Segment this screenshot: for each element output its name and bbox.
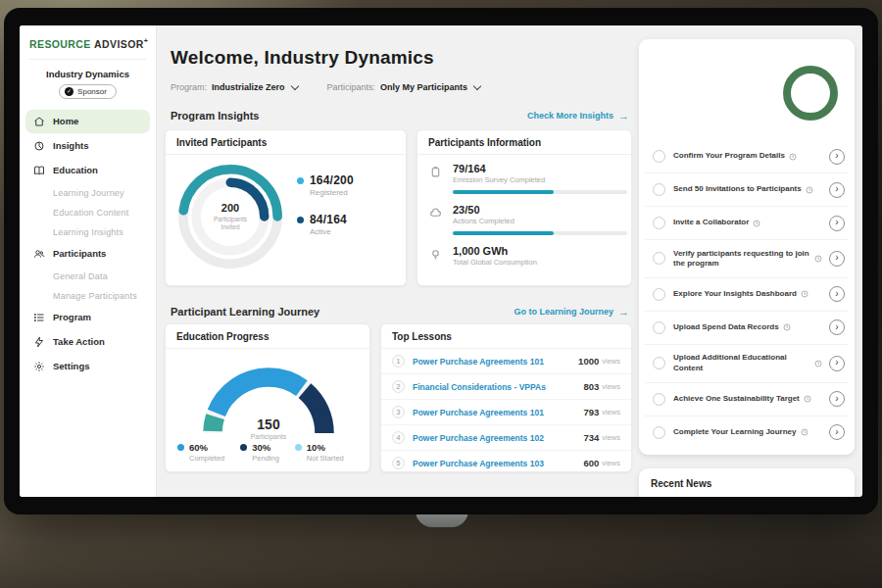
task-row: Upload Additional Educational Content ›: [645, 345, 849, 383]
task-checkbox[interactable]: [653, 183, 665, 196]
card-title: Education Progress: [166, 324, 369, 349]
legend-value: 84/164: [310, 213, 354, 226]
legend-value: 164/200: [310, 173, 354, 187]
progress-track: [453, 231, 627, 235]
todo-due-label: 12 May 2025, 12:00 PM: [669, 104, 748, 113]
main-content: Welcome, Industry Dynamics Program: Indu…: [157, 25, 639, 497]
go-to-learning-journey-link[interactable]: Go to Learning Journey →: [514, 306, 629, 318]
org-name: Industry Dynamics: [20, 60, 156, 79]
sidebar-item-education[interactable]: Education: [25, 159, 150, 182]
task-open-button[interactable]: ›: [829, 356, 845, 371]
todo-progress-value: 0/7: [802, 86, 819, 101]
sidebar-item-learning-insights[interactable]: Learning Insights: [25, 222, 150, 242]
section-title: Program Insights: [171, 110, 259, 122]
task-label: Upload Additional Educational Content: [673, 353, 810, 373]
stat-global-consumption: 1,000 GWh Total Global Consumption: [417, 237, 631, 269]
section-title: Participant Learning Journey: [171, 306, 319, 318]
task-checkbox[interactable]: [653, 252, 665, 265]
sidebar-item-label: Insights: [53, 140, 88, 151]
sponsor-icon: ✓: [65, 87, 74, 96]
legend-not-started: 10% Not Started: [295, 442, 344, 463]
task-open-button[interactable]: ›: [829, 391, 845, 407]
learning-cards-row: Education Progress 150 Participants: [165, 323, 632, 472]
learning-journey-header: Participant Learning Journey Go to Learn…: [171, 306, 629, 318]
education-gauge-chart: 150 Participants: [195, 360, 342, 436]
rank-badge: 1: [392, 355, 405, 368]
views-label: views: [602, 433, 620, 442]
sidebar-item-label: Learning Insights: [53, 227, 123, 237]
task-checkbox[interactable]: [653, 393, 665, 406]
legend-value: 30%: [252, 442, 279, 453]
sidebar-item-learning-journey[interactable]: Learning Journey: [25, 183, 150, 203]
stat-emission-survey: 79/164 Emission Survey Completed: [417, 155, 631, 196]
legend-pending: 30% Pending: [240, 442, 279, 463]
lesson-link[interactable]: Power Purchase Agreements 101: [413, 408, 583, 417]
task-checkbox[interactable]: [653, 357, 665, 369]
invited-count-label: Participants Invited: [205, 216, 256, 232]
task-checkbox[interactable]: [653, 217, 665, 229]
sidebar-item-general-data[interactable]: General Data: [25, 267, 150, 286]
task-open-button[interactable]: ›: [829, 149, 845, 165]
sidebar-item-label: Learning Journey: [53, 188, 124, 198]
sidebar-item-home[interactable]: Home: [25, 110, 150, 133]
lesson-link[interactable]: Power Purchase Agreements 103: [413, 459, 583, 468]
legend-label: Completed: [189, 454, 224, 463]
arrow-right-icon: →: [618, 110, 629, 122]
views-count: 734: [583, 432, 599, 443]
task-open-button[interactable]: ›: [829, 182, 845, 198]
insights-icon: [33, 140, 45, 152]
legend-active: 84/164 Active: [297, 213, 354, 236]
task-open-button[interactable]: ›: [829, 319, 845, 335]
sidebar-item-education-content[interactable]: Education Content: [25, 203, 150, 222]
top-lessons-card: Top Lessons 1 Power Purchase Agreements …: [380, 323, 632, 472]
rank-badge: 4: [392, 431, 405, 444]
lesson-row: 2 Financial Considerations - VPPAs 803 v…: [381, 374, 631, 400]
arrow-right-icon: →: [618, 306, 629, 318]
monitor-bezel: RESOURCE ADVISOR+ Industry Dynamics ✓ Sp…: [4, 8, 878, 514]
logo-superscript: +: [144, 37, 149, 44]
participants-dropdown[interactable]: Participants: Only My Participants: [327, 82, 481, 92]
task-checkbox[interactable]: [653, 426, 665, 439]
sidebar-item-settings[interactable]: Settings: [25, 355, 150, 378]
stat-body: 23/50 Actions Completed: [453, 204, 627, 235]
legend-dot: [297, 177, 304, 184]
lesson-link[interactable]: Financial Considerations - VPPAs: [413, 382, 583, 392]
sidebar-item-label: Education: [53, 165, 98, 175]
task-open-button[interactable]: ›: [829, 251, 845, 267]
task-row: Send 50 Invitations to Participants ›: [645, 173, 849, 207]
program-dropdown[interactable]: Program: Industrialize Zero: [171, 82, 298, 92]
task-row: Upload Spend Data Records ›: [645, 312, 849, 345]
sidebar-item-take-action[interactable]: Take Action: [25, 330, 150, 354]
lesson-link[interactable]: Power Purchase Agreements 101: [413, 357, 578, 367]
todo-card: Your To Do List Complete Your Next Task:…: [639, 39, 855, 455]
sidebar-item-insights[interactable]: Insights: [25, 134, 150, 158]
task-checkbox[interactable]: [653, 321, 665, 334]
task-label: Verify participants requesting to join t…: [673, 249, 810, 270]
chevron-down-icon: [473, 82, 481, 90]
legend-registered: 164/200 Registered: [297, 173, 354, 197]
check-more-insights-link[interactable]: Check More Insights →: [527, 110, 629, 122]
chevron-down-icon: [290, 82, 298, 90]
stat-label: Emission Survey Completed: [453, 175, 627, 184]
sponsor-badge: ✓ Sponsor: [59, 84, 117, 99]
task-label: Invite a Collaborator: [673, 218, 749, 227]
task-open-button[interactable]: ›: [829, 424, 845, 440]
progress-track: [453, 190, 627, 194]
collapse-tasks-link[interactable]: Collapse Tasks ∧: [645, 449, 849, 455]
sidebar-item-participants[interactable]: Participants: [25, 242, 150, 266]
task-open-button[interactable]: ›: [829, 286, 845, 302]
clipboard-icon: [657, 90, 665, 99]
participants-count: 150: [195, 416, 342, 432]
task-checkbox[interactable]: [653, 288, 665, 301]
todo-next-task-label: Confirm Your Program Details: [669, 89, 788, 99]
sidebar-item-label: Manage Participants: [53, 291, 137, 301]
sidebar-item-manage-participants[interactable]: Manage Participants: [25, 286, 150, 306]
clock-icon: [806, 186, 813, 194]
lesson-link[interactable]: Power Purchase Agreements 102: [413, 433, 583, 443]
page-title: Welcome, Industry Dynamics: [171, 47, 434, 69]
sidebar-item-program[interactable]: Program: [25, 306, 150, 329]
clock-icon: [801, 290, 808, 298]
lesson-row: 3 Power Purchase Agreements 101 793 view…: [381, 400, 631, 425]
task-open-button[interactable]: ›: [829, 216, 845, 231]
task-checkbox[interactable]: [653, 150, 665, 163]
